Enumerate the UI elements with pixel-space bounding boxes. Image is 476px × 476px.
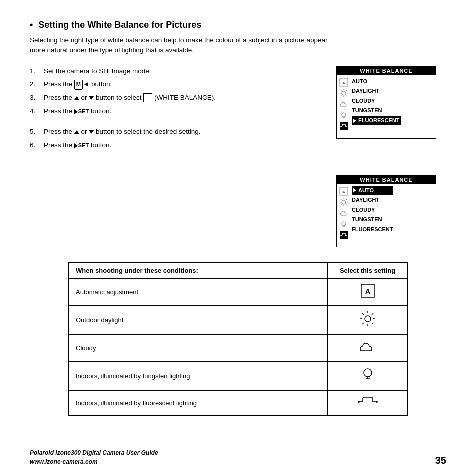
wb-icon-auto-1: A	[339, 77, 349, 87]
main-content: 1. Set the camera to Still Image mode. 2…	[30, 66, 446, 247]
wb-option-cloudy-2: CLOUDY	[352, 206, 393, 215]
page-title: Setting the White Balance for Pictures	[38, 20, 201, 30]
svg-point-60	[376, 401, 378, 403]
wb-panel-1-header: WHITE BALANCE	[337, 66, 436, 75]
arrow-up-icon	[74, 96, 79, 100]
svg-point-11	[342, 113, 346, 117]
svg-line-29	[346, 199, 347, 200]
arrow-right-icon-step4	[74, 109, 78, 114]
left-column: 1. Set the camera to Still Image mode. 2…	[30, 66, 326, 247]
icon-tungsten	[328, 361, 408, 390]
svg-line-50	[362, 323, 364, 324]
steps-5-6: 5. Press the or button to select the des…	[30, 126, 326, 151]
step-1: 1. Set the camera to Still Image mode.	[30, 66, 326, 77]
wb-icon-tungsten-1	[339, 110, 349, 120]
section-title: • Setting the White Balance for Pictures	[30, 20, 446, 30]
svg-line-9	[346, 90, 347, 91]
footer-url: www.izone-camera.com	[30, 457, 158, 466]
intro-text: Selecting the right type of white balanc…	[30, 35, 339, 56]
svg-point-59	[358, 401, 360, 403]
condition-fluorescent: Indoors, illuminated by fluorescent ligh…	[69, 390, 328, 415]
svg-point-51	[364, 369, 372, 377]
arrow-down-icon	[89, 96, 94, 100]
step-2: 2. Press the M◄ button.	[30, 79, 326, 90]
table-section: When shooting under these conditions: Se…	[30, 262, 446, 416]
wb-icon-fluorescent-1	[339, 121, 349, 131]
svg-line-47	[362, 313, 364, 315]
wb-icon-fluorescent-2	[339, 230, 349, 240]
wb-option-tungsten-1: TUNGSTEN	[352, 106, 401, 115]
svg-line-28	[346, 204, 347, 205]
bullet-point: •	[30, 20, 33, 30]
right-column: WHITE BALANCE A	[336, 66, 446, 247]
condition-daylight: Outdoor daylight	[69, 305, 328, 334]
svg-text:A: A	[342, 81, 345, 85]
wb-option-fluorescent-2: FLUORESCENT	[352, 225, 393, 234]
svg-line-7	[341, 90, 342, 91]
table-row: Automatic adjustment A	[69, 278, 408, 305]
step-4: 4. Press the SET button.	[30, 106, 326, 117]
step-6: 6. Press the SET button.	[30, 140, 326, 151]
m-button-icon: M	[74, 80, 83, 90]
icon-cloudy	[328, 334, 408, 361]
col1-header: When shooting under these conditions:	[69, 262, 328, 278]
svg-text:A: A	[342, 190, 345, 194]
svg-line-48	[372, 323, 373, 324]
step-5: 5. Press the or button to select the des…	[30, 126, 326, 138]
wb-panel-1-options: AUTO DAYLIGHT CLOUDY TUNGSTEN FLUORESCEN…	[352, 77, 401, 131]
step-3: 3. Press the or button to select (WHITE …	[30, 92, 326, 104]
footer-title: Polaroid izone300 Digital Camera User Gu…	[30, 448, 158, 457]
wb-table: When shooting under these conditions: Se…	[68, 262, 408, 416]
svg-line-27	[341, 199, 342, 200]
wb-panel-2-icons: A	[339, 186, 349, 240]
footer: Polaroid izone300 Digital Camera User Gu…	[30, 444, 446, 466]
steps-1-4: 1. Set the camera to Still Image mode. 2…	[30, 66, 326, 118]
wb-panel-2-options: AUTO DAYLIGHT CLOUDY TUNGSTEN FLUORESCEN…	[352, 186, 393, 240]
svg-point-2	[342, 91, 346, 95]
wb-icon-daylight-1	[339, 88, 349, 98]
wb-arrow-1	[353, 119, 356, 123]
wb-option-fluorescent-1: FLUORESCENT	[352, 116, 401, 125]
footer-page-number: 35	[435, 455, 446, 466]
table-row: Indoors, illuminated by tungsten lightin…	[69, 361, 408, 390]
svg-point-42	[365, 316, 371, 322]
arrow-right-icon-step6	[74, 143, 78, 148]
wb-option-tungsten-2: TUNGSTEN	[352, 215, 393, 224]
wb-inline-icon	[143, 93, 152, 102]
wb-option-auto-1: AUTO	[352, 77, 401, 86]
condition-tungsten: Indoors, illuminated by tungsten lightin…	[69, 361, 328, 390]
wb-option-daylight-2: DAYLIGHT	[352, 196, 393, 205]
wb-panel-2-header: WHITE BALANCE	[337, 175, 436, 184]
arrow-up-icon-2	[74, 130, 79, 134]
table-header-row: When shooting under these conditions: Se…	[69, 262, 408, 278]
wb-panel-1-body: A	[337, 75, 436, 133]
svg-line-8	[346, 95, 347, 96]
svg-point-31	[342, 222, 346, 226]
icon-auto: A	[328, 278, 408, 305]
svg-text:A: A	[365, 287, 370, 295]
wb-option-daylight-1: DAYLIGHT	[352, 87, 401, 96]
svg-line-10	[341, 95, 342, 96]
condition-cloudy: Cloudy	[69, 334, 328, 361]
wb-icon-tungsten-2	[339, 219, 349, 229]
wb-bottom-arrow-2	[337, 242, 436, 247]
wb-icon-auto-2: A	[339, 186, 349, 196]
table-row: Outdoor daylight	[69, 305, 408, 334]
down-arrow-2	[429, 243, 434, 246]
condition-auto: Automatic adjustment	[69, 278, 328, 305]
svg-point-22	[342, 200, 346, 204]
wb-panel-2-body: A	[337, 184, 436, 242]
down-arrow-1	[429, 134, 434, 137]
wb-panel-2: WHITE BALANCE A	[336, 175, 436, 247]
wb-panel-1: WHITE BALANCE A	[336, 66, 436, 139]
set-label-step4: SET	[78, 108, 89, 114]
svg-line-30	[341, 204, 342, 205]
wb-panel-1-icons: A	[339, 77, 349, 131]
wb-option-cloudy-1: CLOUDY	[352, 97, 401, 106]
wb-icon-cloudy-1	[339, 99, 349, 109]
svg-line-49	[372, 313, 373, 315]
page: • Setting the White Balance for Pictures…	[0, 0, 476, 476]
wb-icon-cloudy-2	[339, 208, 349, 218]
table-row: Indoors, illuminated by fluorescent ligh…	[69, 390, 408, 415]
arrow-down-icon-2	[89, 130, 94, 134]
